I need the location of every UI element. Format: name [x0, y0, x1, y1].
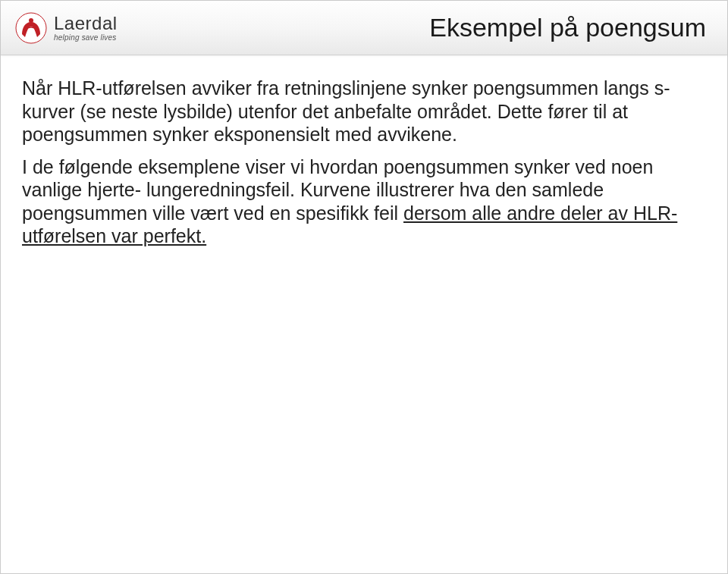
brand-word: Laerdal — [54, 14, 118, 33]
body-area: Når HLR-utførelsen avviker fra retningsl… — [1, 55, 727, 272]
laerdal-emblem-icon — [14, 11, 48, 45]
svg-point-0 — [16, 13, 46, 43]
brand-logo: Laerdal helping save lives — [14, 11, 118, 45]
paragraph-1: Når HLR-utførelsen avviker fra retningsl… — [22, 77, 700, 146]
slide-title: Eksempel på poengsum — [429, 13, 709, 42]
slide: Laerdal helping save lives Eksempel på p… — [0, 0, 728, 574]
brand-text-wrap: Laerdal helping save lives — [54, 14, 118, 42]
brand-tagline: helping save lives — [54, 34, 118, 42]
svg-point-1 — [29, 18, 33, 23]
header-bar: Laerdal helping save lives Eksempel på p… — [1, 1, 727, 55]
paragraph-2: I de følgende eksemplene viser vi hvorda… — [22, 155, 700, 248]
paragraph-1-text: Når HLR-utførelsen avviker fra retningsl… — [22, 77, 670, 145]
